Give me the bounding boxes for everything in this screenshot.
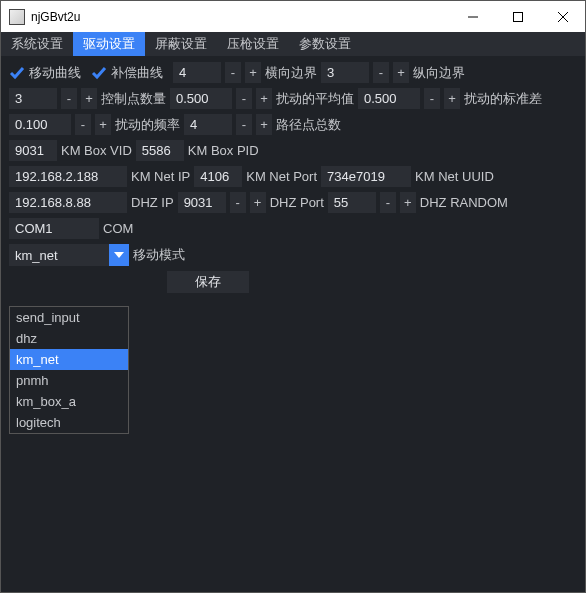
svg-rect-1 [513, 12, 522, 21]
input-perturb-std[interactable] [9, 114, 71, 135]
titlebar: njGBvt2u [1, 1, 585, 32]
close-button[interactable] [540, 1, 585, 32]
option-pnmh[interactable]: pnmh [10, 370, 128, 391]
label-h-border: 横向边界 [265, 64, 317, 82]
row-5: KM Net IP KM Net Port KM Net UUID [9, 166, 577, 187]
spin-plus[interactable]: + [393, 62, 409, 83]
label-dhz-ip: DHZ IP [131, 195, 174, 210]
label-km-box-vid: KM Box VID [61, 143, 132, 158]
input-perturb-freq[interactable] [184, 114, 232, 135]
spin-plus[interactable]: + [444, 88, 460, 109]
input-h-border[interactable] [321, 62, 369, 83]
spin-plus[interactable]: + [256, 114, 272, 135]
spin-plus[interactable]: + [95, 114, 111, 135]
window-controls [450, 1, 585, 32]
tab-param[interactable]: 参数设置 [289, 32, 361, 56]
label-perturb-std: 扰动的标准差 [464, 90, 542, 108]
window: njGBvt2u 系统设置 驱动设置 屏蔽设置 压枪设置 参数设置 [0, 0, 586, 593]
label-km-net-uuid: KM Net UUID [415, 169, 494, 184]
spin-minus[interactable]: - [424, 88, 440, 109]
app-icon [9, 9, 25, 25]
input-v-border[interactable] [9, 88, 57, 109]
spin-plus[interactable]: + [250, 192, 266, 213]
check-icon [91, 65, 107, 81]
client-area: 系统设置 驱动设置 屏蔽设置 压枪设置 参数设置 移动曲线 补偿曲 [1, 32, 585, 592]
tab-bar: 系统设置 驱动设置 屏蔽设置 压枪设置 参数设置 [1, 32, 585, 56]
chevron-down-icon [109, 244, 129, 266]
row-9: 保存 [9, 271, 577, 293]
tab-shield[interactable]: 屏蔽设置 [145, 32, 217, 56]
save-button[interactable]: 保存 [167, 271, 249, 293]
option-logitech[interactable]: logitech [10, 412, 128, 433]
spin-minus[interactable]: - [75, 114, 91, 135]
row-2: - + 控制点数量 - + 扰动的平均值 - + 扰动的标准差 [9, 88, 577, 109]
label-dhz-port: DHZ Port [270, 195, 324, 210]
input-km-net-ip[interactable] [9, 166, 127, 187]
label-perturb-freq: 扰动的频率 [115, 116, 180, 134]
dropdown-move-mode: send_input dhz km_net pnmh km_box_a logi… [9, 306, 129, 434]
input-v1[interactable] [173, 62, 221, 83]
spin-minus[interactable]: - [225, 62, 241, 83]
spin-minus[interactable]: - [236, 114, 252, 135]
spin-minus[interactable]: - [61, 88, 77, 109]
spin-plus[interactable]: + [81, 88, 97, 109]
spin-minus[interactable]: - [236, 88, 252, 109]
check-icon [9, 65, 25, 81]
label-km-net-ip: KM Net IP [131, 169, 190, 184]
minimize-button[interactable] [450, 1, 495, 32]
spin-minus[interactable]: - [373, 62, 389, 83]
spin-plus[interactable]: + [256, 88, 272, 109]
label-path-total: 路径点总数 [276, 116, 341, 134]
window-title: njGBvt2u [31, 10, 80, 24]
row-7: COM [9, 218, 577, 239]
row-1: 移动曲线 补偿曲线 - + 横向边界 - + 纵向边界 [9, 62, 577, 83]
combo-value: km_net [9, 248, 109, 263]
input-dhz-random[interactable] [328, 192, 376, 213]
label-move-mode: 移动模式 [133, 246, 185, 264]
row-6: DHZ IP - + DHZ Port - + DHZ RANDOM [9, 192, 577, 213]
combo-move-mode[interactable]: km_net [9, 244, 129, 266]
option-km-box-a[interactable]: km_box_a [10, 391, 128, 412]
checkbox-comp-curve[interactable]: 补偿曲线 [91, 64, 163, 82]
tab-driver[interactable]: 驱动设置 [73, 32, 145, 56]
input-perturb-mean[interactable] [358, 88, 420, 109]
spin-plus[interactable]: + [245, 62, 261, 83]
label-ctrl-points: 控制点数量 [101, 90, 166, 108]
label-move-curve: 移动曲线 [29, 64, 81, 82]
spin-minus[interactable]: - [380, 192, 396, 213]
spin-minus[interactable]: - [230, 192, 246, 213]
input-dhz-ip[interactable] [9, 192, 127, 213]
svg-marker-4 [114, 252, 124, 258]
input-km-box-vid[interactable] [9, 140, 57, 161]
label-perturb-mean: 扰动的平均值 [276, 90, 354, 108]
label-km-box-pid: KM Box PID [188, 143, 259, 158]
label-dhz-random: DHZ RANDOM [420, 195, 508, 210]
spin-plus[interactable]: + [400, 192, 416, 213]
input-dhz-port[interactable] [178, 192, 226, 213]
tab-system[interactable]: 系统设置 [1, 32, 73, 56]
settings-pane: 移动曲线 补偿曲线 - + 横向边界 - + 纵向边界 [1, 56, 585, 304]
maximize-button[interactable] [495, 1, 540, 32]
tab-press[interactable]: 压枪设置 [217, 32, 289, 56]
label-v-border: 纵向边界 [413, 64, 465, 82]
option-km-net[interactable]: km_net [10, 349, 128, 370]
label-comp-curve: 补偿曲线 [111, 64, 163, 82]
input-com[interactable] [9, 218, 99, 239]
input-ctrl-points[interactable] [170, 88, 232, 109]
input-km-box-vid2[interactable] [136, 140, 184, 161]
label-com: COM [103, 221, 133, 236]
input-km-net-uuid[interactable] [321, 166, 411, 187]
checkbox-move-curve[interactable]: 移动曲线 [9, 64, 81, 82]
option-send-input[interactable]: send_input [10, 307, 128, 328]
option-dhz[interactable]: dhz [10, 328, 128, 349]
row-3: - + 扰动的频率 - + 路径点总数 [9, 114, 577, 135]
label-km-net-port: KM Net Port [246, 169, 317, 184]
row-8: km_net 移动模式 [9, 244, 577, 266]
input-km-net-port[interactable] [194, 166, 242, 187]
row-4: KM Box VID KM Box PID [9, 140, 577, 161]
